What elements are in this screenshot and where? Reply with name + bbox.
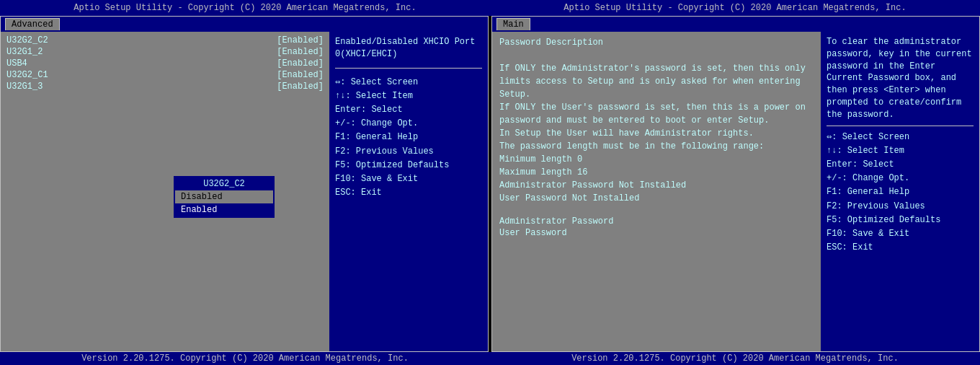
desc-line: Administrator Password Not Installed — [499, 179, 814, 192]
right-panel: Main Password Description If ONLY the Ad… — [491, 16, 980, 352]
keyhelp-line: ESC: Exit — [335, 186, 482, 200]
desc-line: Password Description — [499, 36, 814, 49]
desc-line: If ONLY the Administrator's password is … — [499, 62, 814, 75]
left-keyhelp: ⇔: Select Screen↑↓: Select ItemEnter: Se… — [335, 76, 482, 201]
password-link[interactable]: Administrator Password — [499, 216, 814, 227]
desc-line: In Setup the User will have Administrato… — [499, 127, 814, 140]
right-panel-content: Password Description If ONLY the Adminis… — [492, 32, 979, 351]
keyhelp-line: F2: Previous Values — [335, 145, 482, 159]
tab-main[interactable]: Main — [496, 18, 530, 30]
keyhelp-line: F10: Save & Exit — [827, 227, 974, 241]
keyhelp-line: ESC: Exit — [827, 241, 974, 255]
bottom-bar-right: Version 2.20.1275. Copyright (C) 2020 Am… — [490, 353, 980, 364]
password-link[interactable]: User Password — [499, 228, 814, 238]
keyhelp-line: ↑↓: Select Item — [827, 144, 974, 158]
item-value: [Enabled] — [277, 47, 324, 57]
item-value: [Enabled] — [277, 58, 324, 69]
left-description: Enabled/Disabled XHCIO Port 0(XHCI/EHCI) — [335, 36, 482, 61]
desc-line: Minimum length 0 — [499, 153, 814, 166]
keyhelp-line: ↑↓: Select Item — [335, 89, 482, 103]
desc-line: password and must be entered to boot or … — [499, 114, 814, 127]
keyhelp-line: F2: Previous Values — [827, 200, 974, 214]
dropdown-option-enabled[interactable]: Enabled — [175, 203, 273, 216]
item-name: U32G1_3 — [6, 82, 43, 92]
item-value: [Enabled] — [277, 70, 324, 80]
keyhelp-line: ⇔: Select Screen — [827, 131, 974, 144]
item-name: USB4 — [6, 58, 27, 69]
keyhelp-line: F5: Optimized Defaults — [335, 159, 482, 172]
keyhelp-line: F10: Save & Exit — [335, 172, 482, 186]
settings-item[interactable]: U32G2_C2[Enabled] — [6, 35, 324, 46]
item-name: U32G2_C1 — [6, 70, 48, 80]
keyhelp-line: +/-: Change Opt. — [827, 172, 974, 185]
dropdown-title: U32G2_C2 — [175, 177, 273, 190]
right-main-area: Password Description If ONLY the Adminis… — [492, 32, 821, 351]
left-tab-row: Advanced — [1, 17, 488, 32]
bottom-bar-left: Version 2.20.1275. Copyright (C) 2020 Am… — [0, 353, 490, 364]
desc-line: If ONLY the User's password is set, then… — [499, 101, 814, 114]
keyhelp-line: F5: Optimized Defaults — [827, 214, 974, 227]
top-bar: Aptio Setup Utility - Copyright (C) 2020… — [0, 0, 980, 16]
settings-item[interactable]: U32G2_C1[Enabled] — [6, 69, 324, 81]
keyhelp-line: F1: General Help — [335, 131, 482, 144]
left-sidebar: Enabled/Disabled XHCIO Port 0(XHCI/EHCI)… — [329, 32, 488, 351]
left-settings-area: U32G2_C2[Enabled]U32G1_2[Enabled]USB4[En… — [1, 32, 329, 351]
settings-item[interactable]: U32G1_2[Enabled] — [6, 46, 324, 58]
item-name: U32G2_C2 — [6, 35, 48, 45]
desc-line — [499, 49, 814, 62]
left-panel: Advanced U32G2_C2[Enabled]U32G1_2[Enable… — [0, 16, 489, 352]
password-links-area[interactable]: Administrator PasswordUser Password — [499, 216, 814, 238]
dropdown-option-disabled[interactable]: Disabled — [175, 190, 273, 203]
right-tab-row: Main — [492, 17, 979, 32]
keyhelp-line: +/-: Change Opt. — [335, 117, 482, 131]
top-bar-left: Aptio Setup Utility - Copyright (C) 2020… — [0, 1, 490, 14]
right-sidebar: To clear the administrator password, key… — [821, 32, 979, 351]
right-divider — [827, 126, 974, 126]
desc-line: User Password Not Installed — [499, 192, 814, 205]
right-keyhelp: ⇔: Select Screen↑↓: Select ItemEnter: Se… — [827, 131, 974, 255]
settings-item[interactable]: U32G1_3[Enabled] — [6, 81, 324, 92]
item-value: [Enabled] — [277, 35, 324, 45]
dropdown-popup[interactable]: U32G2_C2 Disabled Enabled — [174, 176, 275, 218]
desc-line: Maximum length 16 — [499, 166, 814, 179]
keyhelp-line: Enter: Select — [335, 103, 482, 117]
desc-line: Setup. — [499, 88, 814, 101]
keyhelp-line: F1: General Help — [827, 185, 974, 199]
left-divider — [335, 68, 482, 69]
top-bar-right: Aptio Setup Utility - Copyright (C) 2020… — [490, 1, 980, 14]
keyhelp-line: Enter: Select — [827, 158, 974, 172]
left-panel-content: U32G2_C2[Enabled]U32G1_2[Enabled]USB4[En… — [1, 32, 488, 351]
right-sidebar-description: To clear the administrator password, key… — [827, 36, 974, 121]
main-area: Advanced U32G2_C2[Enabled]U32G1_2[Enable… — [0, 16, 980, 352]
tab-advanced[interactable]: Advanced — [5, 18, 60, 30]
bottom-bar: Version 2.20.1275. Copyright (C) 2020 Am… — [0, 352, 980, 365]
desc-line: The password length must be in the follo… — [499, 140, 814, 153]
settings-item[interactable]: USB4[Enabled] — [6, 58, 324, 69]
item-value: [Enabled] — [277, 82, 324, 92]
desc-line: limits access to Setup and is only asked… — [499, 75, 814, 88]
password-description: Password Description If ONLY the Adminis… — [499, 36, 814, 205]
keyhelp-line: ⇔: Select Screen — [335, 76, 482, 89]
item-name: U32G1_2 — [6, 47, 43, 57]
